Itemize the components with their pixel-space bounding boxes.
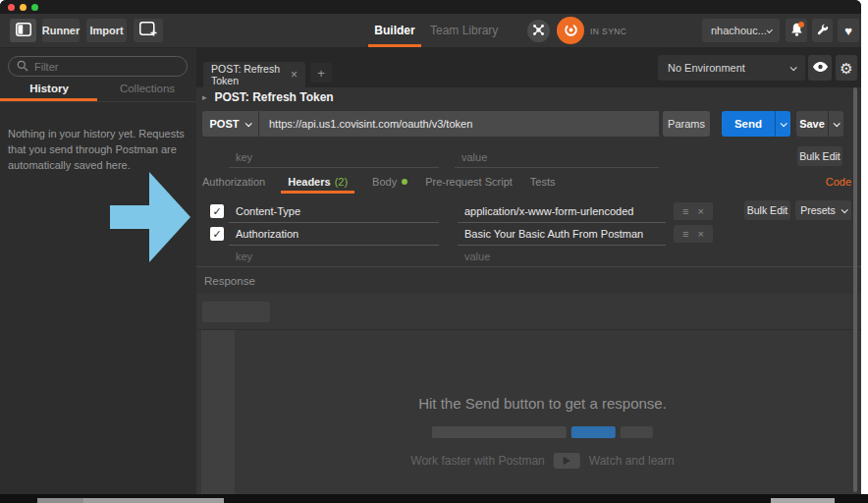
send-button[interactable]: Send	[722, 111, 790, 137]
sidebar-divider	[0, 101, 196, 102]
body-present-dot	[402, 179, 407, 185]
runner-button[interactable]: Runner	[42, 19, 80, 42]
url-row: POST Params Send Save	[202, 111, 855, 137]
tab-tests[interactable]: Tests	[530, 176, 556, 194]
topbar: Runner Import Builder Team Library IN SY…	[0, 14, 861, 47]
method-label: POST	[210, 118, 240, 130]
notification-dot	[798, 22, 804, 28]
presets-button[interactable]: Presets	[795, 200, 851, 220]
header-key-cell[interactable]: Authorization	[229, 223, 439, 246]
response-divider	[196, 329, 861, 330]
header-value-input[interactable]: value	[458, 246, 666, 268]
response-empty-message: Hit the Send button to get a response.	[418, 395, 667, 412]
minimize-window-button[interactable]	[20, 4, 27, 11]
remove-row-icon[interactable]: ×	[698, 205, 704, 217]
interceptor-button[interactable]	[527, 20, 550, 42]
send-options-button[interactable]	[775, 111, 790, 137]
send-button-label[interactable]: Send	[722, 111, 775, 137]
filter-input[interactable]	[34, 61, 179, 73]
tab-builder[interactable]: Builder	[368, 14, 421, 47]
bottom-edge-strip	[0, 494, 868, 503]
environment-preview-button[interactable]	[808, 55, 832, 81]
remove-row-icon[interactable]: ×	[698, 228, 704, 240]
scrollbar-segment[interactable]	[83, 498, 224, 503]
main-pane: POST: Refresh Token × + No Environment ⚙	[196, 48, 861, 494]
response-title: Response	[204, 275, 255, 287]
save-button-label[interactable]: Save	[796, 111, 828, 137]
drag-handle-icon[interactable]: ≡	[682, 228, 688, 240]
response-header: Response	[196, 266, 861, 294]
param-value-input[interactable]: value	[455, 146, 659, 168]
tab-headers[interactable]: Headers (2)	[281, 176, 354, 194]
header-checkbox-checked[interactable]: ✓	[210, 227, 224, 241]
save-options-button[interactable]	[828, 111, 843, 137]
annotation-arrow-head	[149, 172, 190, 262]
tab-pre-request-script[interactable]: Pre-request Script	[425, 176, 513, 194]
header-checkbox-checked[interactable]: ✓	[210, 204, 224, 218]
add-icon: +	[317, 66, 325, 81]
tab-team-library[interactable]: Team Library	[430, 14, 498, 47]
sidebar: History Collections Nothing in your hist…	[0, 48, 196, 494]
params-bulk-edit-button[interactable]: Bulk Edit	[797, 146, 842, 166]
save-button[interactable]: Save	[796, 111, 843, 137]
close-window-button[interactable]	[8, 4, 15, 11]
drag-handle-icon[interactable]: ≡	[682, 205, 688, 217]
sync-icon	[563, 22, 579, 40]
chevron-down-icon	[781, 120, 787, 127]
sidebar-tab-collections[interactable]: Collections	[98, 83, 196, 100]
gear-icon: ⚙	[840, 61, 852, 76]
username-label: nhachouc...	[711, 25, 767, 36]
chevron-down-icon	[841, 206, 847, 213]
tab-authorization[interactable]: Authorization	[202, 176, 265, 194]
params-button[interactable]: Params	[663, 111, 710, 137]
scrollbar-segment[interactable]	[771, 498, 835, 503]
vertical-scrollbar[interactable]	[853, 87, 857, 492]
headers-count-badge: (2)	[335, 176, 348, 188]
headers-bulk-edit-button[interactable]: Bulk Edit	[744, 200, 790, 220]
sync-button[interactable]	[557, 17, 584, 44]
add-tab-button[interactable]: +	[310, 63, 332, 83]
runner-button-label: Runner	[42, 25, 81, 36]
request-title: POST: Refresh Token	[215, 90, 334, 104]
titlebar	[0, 0, 861, 14]
filter-box[interactable]	[8, 56, 188, 77]
search-icon	[17, 60, 28, 74]
header-key-cell[interactable]: Content-Type	[229, 200, 439, 223]
watch-and-learn-link[interactable]: Watch and learn	[589, 454, 675, 468]
header-key-input[interactable]: key	[229, 246, 439, 268]
param-key-input[interactable]: key	[229, 146, 439, 168]
skeleton-bar	[432, 426, 567, 438]
request-tabbar: POST: Refresh Token × + No Environment ⚙	[196, 48, 861, 87]
notifications-button[interactable]	[786, 19, 807, 42]
favorites-button[interactable]: ♥	[838, 19, 859, 42]
request-title-row[interactable]: ▸ POST: Refresh Token	[202, 90, 334, 104]
tab-builder-label: Builder	[374, 24, 414, 37]
scrollbar-segment[interactable]	[37, 498, 83, 503]
settings-wrench-button[interactable]	[812, 19, 833, 42]
heart-icon: ♥	[844, 24, 852, 38]
new-tab-button[interactable]	[134, 19, 163, 42]
response-skeleton-tab	[202, 302, 270, 322]
request-builder: ▸ POST: Refresh Token POST Params Send	[196, 87, 861, 266]
environment-select[interactable]: No Environment	[658, 55, 805, 81]
header-value-cell[interactable]: application/x-www-form-urlencoded	[458, 200, 666, 223]
eye-icon	[813, 62, 828, 74]
response-gutter-placeholder	[201, 330, 235, 494]
sidebar-toggle-button[interactable]	[10, 19, 36, 42]
interceptor-icon	[532, 24, 545, 38]
presets-label: Presets	[800, 204, 836, 216]
url-input[interactable]	[259, 111, 659, 137]
close-icon[interactable]: ×	[291, 68, 298, 82]
code-link[interactable]: Code	[826, 176, 851, 188]
sync-status-label: IN SYNC	[590, 27, 626, 36]
tab-body[interactable]: Body	[372, 176, 407, 194]
user-menu-button[interactable]: nhachouc...	[702, 19, 780, 42]
play-icon[interactable]	[554, 453, 580, 469]
request-tab[interactable]: POST: Refresh Token ×	[203, 62, 305, 87]
method-select[interactable]: POST	[202, 111, 258, 137]
settings-gear-button[interactable]: ⚙	[836, 55, 857, 81]
zoom-window-button[interactable]	[31, 4, 38, 11]
import-button[interactable]: Import	[86, 19, 127, 42]
wrench-icon	[816, 24, 829, 38]
header-value-cell[interactable]: Basic Your Basic Auth From Postman	[458, 223, 666, 246]
